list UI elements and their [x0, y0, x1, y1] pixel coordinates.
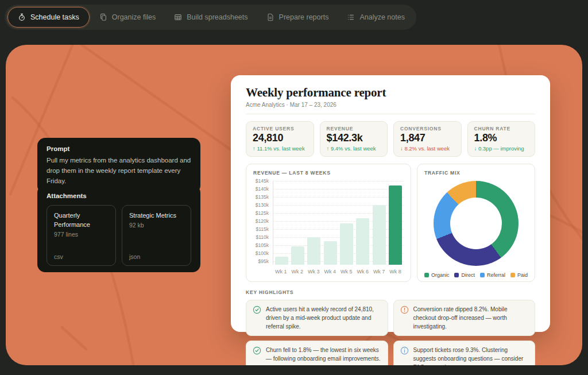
donut-chart-title: TRAFFIC MIX [424, 170, 528, 176]
tab-label: Schedule tasks [30, 13, 79, 21]
document-icon [266, 13, 274, 21]
bar-wk-6 [356, 218, 369, 265]
donut-chart [434, 181, 519, 266]
bar-wk-1 [275, 257, 288, 265]
report-card: Weekly performance report Acme Analytics… [231, 75, 550, 332]
stopwatch-icon [18, 13, 26, 21]
tab-label: Prepare reports [279, 13, 329, 21]
bar-wk-8 [389, 185, 402, 265]
bar-plot [273, 181, 404, 265]
x-tick-label: Wk 8 [389, 269, 402, 275]
bar-wk-7 [373, 205, 386, 265]
legend-item-organic: Organic [424, 272, 450, 278]
spreadsheet-icon [174, 13, 182, 21]
tab-build-spreadsheets[interactable]: Build spreadsheets [165, 7, 256, 28]
bar-wk-4 [324, 241, 337, 265]
metric-revenue: REVENUE$142.3k↑ 9.4% vs. last week [320, 121, 388, 157]
highlight-item: Active users hit a weekly record of 24,8… [246, 300, 388, 336]
legend-item-paid: Paid [510, 272, 528, 278]
attachment-strategic-metrics[interactable]: Strategic Metrics92 kbjson [122, 205, 191, 266]
metric-delta: ↓ 8.2% vs. last week [400, 145, 455, 152]
list-icon [347, 13, 355, 21]
y-tick-label: $120k [256, 218, 269, 224]
metric-label: REVENUE [327, 126, 381, 132]
highlight-text: Support tickets rose 9.3%. Clustering su… [413, 346, 529, 365]
metric-label: ACTIVE USERS [253, 126, 307, 132]
y-tick-label: $125k [256, 210, 269, 216]
y-tick-label: $145k [256, 178, 269, 184]
file-type: json [129, 253, 140, 260]
highlight-text: Active users hit a weekly record of 24,8… [266, 305, 381, 331]
y-tick-label: $130k [256, 202, 269, 208]
tab-prepare-reports[interactable]: Prepare reports [258, 7, 338, 28]
metric-value: 24,810 [253, 132, 307, 144]
legend-swatch [480, 273, 485, 277]
tab-label: Organize files [112, 13, 156, 21]
alert-circle-icon [400, 306, 409, 314]
attachment-list: Quarterly Performance977 linescsvStrateg… [47, 205, 191, 266]
metric-delta: ↑ 9.4% vs. last week [327, 145, 381, 152]
tab-label: Build spreadsheets [187, 13, 247, 21]
metric-conversions: CONVERSIONS1,847↓ 8.2% vs. last week [393, 121, 462, 157]
x-tick-label: Wk 7 [373, 269, 386, 275]
highlight-item: Conversion rate dipped 8.2%. Mobile chec… [393, 300, 536, 336]
y-tick-label: $105k [256, 242, 269, 248]
x-tick-label: Wk 5 [340, 269, 353, 275]
legend-label: Direct [461, 272, 475, 278]
legend-swatch [454, 273, 459, 277]
file-type: csv [54, 253, 63, 260]
bar-wk-2 [291, 246, 304, 265]
x-tick-label: Wk 6 [356, 269, 369, 275]
tab-organize-files[interactable]: Organize files [91, 7, 164, 28]
y-tick-label: $110k [256, 234, 269, 240]
legend-item-direct: Direct [454, 272, 475, 278]
legend-swatch [424, 273, 429, 277]
metric-delta: ↓ 0.3pp — improving [474, 145, 529, 152]
report-title: Weekly performance report [246, 86, 535, 100]
traffic-mix-chart: TRAFFIC MIX OrganicDirectReferralPaid [417, 164, 535, 282]
attachment-quarterly-performance[interactable]: Quarterly Performance977 linescsv [47, 205, 116, 266]
tab-bar: Schedule tasksOrganize filesBuild spread… [5, 5, 416, 30]
prompt-text: Pull my metrics from the analytics dashb… [47, 156, 191, 186]
bar-series [273, 181, 404, 265]
metric-active-users: ACTIVE USERS24,810↑ 11.1% vs. last week [246, 121, 314, 157]
x-tick-label: Wk 1 [274, 269, 288, 275]
metric-label: CHURN RATE [474, 126, 529, 132]
bar-wk-3 [307, 237, 320, 265]
y-tick-label: $115k [256, 226, 269, 232]
bar-wk-5 [340, 223, 353, 265]
chart-legend: OrganicDirectReferralPaid [424, 272, 528, 278]
metric-churn-rate: CHURN RATE1.8%↓ 0.3pp — improving [467, 121, 536, 157]
file-name: Strategic Metrics [129, 211, 184, 221]
file-meta: 977 lines [54, 231, 109, 238]
tab-schedule-tasks[interactable]: Schedule tasks [7, 7, 90, 28]
legend-label: Organic [431, 272, 450, 278]
file-meta: 92 kb [129, 222, 184, 229]
legend-label: Paid [517, 272, 528, 278]
highlight-text: Conversion rate dipped 8.2%. Mobile chec… [413, 305, 529, 331]
metric-cards: ACTIVE USERS24,810↑ 11.1% vs. last weekR… [246, 121, 535, 157]
metric-value: 1,847 [400, 132, 455, 144]
metric-value: $142.3k [327, 132, 381, 144]
charts-row: REVENUE — LAST 8 WEEKS $145k$140k$135k$1… [246, 164, 535, 282]
legend-swatch [510, 273, 515, 277]
report-subtitle: Acme Analytics · Mar 17 – 23, 2026 [246, 102, 535, 108]
check-circle-icon [253, 306, 261, 314]
file-name: Quarterly Performance [54, 211, 109, 230]
prompt-label: Prompt [47, 145, 191, 152]
x-tick-label: Wk 4 [323, 269, 336, 275]
metric-delta: ↑ 11.1% vs. last week [253, 145, 307, 152]
y-tick-label: $140k [256, 186, 269, 192]
y-tick-label: $135k [256, 194, 269, 200]
info-circle-icon [400, 346, 409, 355]
tab-analyze-notes[interactable]: Analyze notes [338, 7, 413, 28]
check-circle-icon [253, 346, 261, 355]
copy-icon [99, 13, 107, 21]
highlight-text: Churn fell to 1.8% — the lowest in six w… [266, 346, 381, 363]
highlights-grid: Active users hit a weekly record of 24,8… [246, 300, 535, 365]
legend-label: Referral [487, 272, 505, 278]
tab-label: Analyze notes [359, 13, 405, 21]
bar-chart-title: REVENUE — LAST 8 WEEKS [253, 170, 404, 176]
y-axis: $145k$140k$135k$130k$125k$120k$115k$110k… [253, 181, 273, 265]
x-tick-label: Wk 2 [291, 269, 304, 275]
